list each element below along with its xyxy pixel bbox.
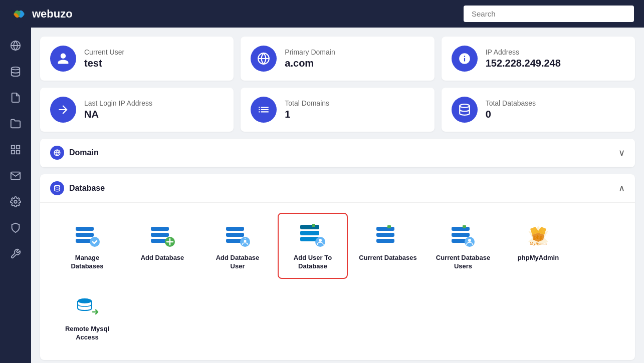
card-total-domains: Total Domains 1 [241, 88, 434, 132]
svg-text:MyAdmin: MyAdmin [530, 241, 546, 246]
sidebar-item-grid[interactable] [5, 139, 27, 161]
primary-domain-value: a.com [285, 58, 335, 69]
database-grid: Manage Databases Add Database [52, 213, 623, 350]
db-item-phpmyadmin[interactable]: php MyAdmin phpMyAdmin [503, 213, 573, 279]
add-user-to-database-label: Add User To Database [284, 254, 342, 271]
add-database-user-label: Add Database User [208, 254, 267, 271]
svg-rect-37 [387, 227, 391, 228]
sidebar-item-database[interactable] [5, 61, 27, 83]
ip-address-text: IP Address 152.228.249.248 [486, 48, 561, 69]
svg-rect-34 [376, 233, 394, 237]
svg-rect-23 [226, 233, 244, 237]
svg-rect-22 [226, 227, 244, 231]
svg-rect-42 [463, 227, 466, 228]
svg-rect-33 [376, 227, 394, 231]
ip-address-value: 152.228.249.248 [486, 58, 561, 69]
current-user-value: test [84, 58, 124, 69]
db-item-current-users[interactable]: Current Database Users [428, 213, 498, 279]
current-user-label: Current User [84, 48, 124, 56]
card-total-databases: Total Databases 0 [442, 88, 635, 132]
db-item-add-db[interactable]: Add Database [127, 213, 197, 279]
svg-point-47 [78, 298, 92, 303]
db-item-current-db[interactable]: Current Databases [353, 213, 423, 279]
svg-rect-6 [17, 151, 20, 154]
db-icon-circle [452, 97, 478, 123]
total-domains-text: Total Domains 1 [285, 99, 329, 120]
svg-rect-3 [12, 146, 15, 149]
db-item-add-user-to-db[interactable]: Add User To Database [278, 213, 348, 279]
add-database-user-icon [223, 223, 252, 249]
svg-rect-30 [312, 224, 315, 226]
user-icon-circle [50, 46, 76, 72]
search-input[interactable] [464, 6, 634, 22]
globe-icon-circle [251, 46, 277, 72]
svg-rect-39 [452, 233, 470, 237]
current-database-users-label: Current Database Users [434, 254, 492, 271]
database-header-left: Database [50, 181, 105, 195]
manage-databases-icon [73, 223, 102, 249]
svg-rect-38 [452, 227, 470, 231]
db-item-add-user[interactable]: Add Database User [202, 213, 273, 279]
content-area: Current User test Primary Domain a.com [31, 28, 644, 363]
last-login-text: Last Login IP Address NA [84, 99, 152, 120]
search-wrapper[interactable] [464, 6, 634, 22]
primary-domain-text: Primary Domain a.com [285, 48, 335, 69]
add-database-label: Add Database [141, 254, 184, 262]
sidebar-item-wrench[interactable] [5, 243, 27, 265]
remote-mysql-label: Remote Mysql Access [58, 325, 116, 342]
sidebar-item-mail[interactable] [5, 165, 27, 187]
card-last-login: Last Login IP Address NA [40, 88, 234, 132]
remote-mysql-icon [73, 294, 102, 320]
svg-rect-35 [376, 239, 394, 243]
logo-area: webuzo [10, 5, 73, 23]
database-panel-header[interactable]: Database ∧ [40, 174, 635, 203]
card-current-user: Current User test [40, 37, 234, 81]
arrow-icon-circle [50, 97, 76, 123]
last-login-label: Last Login IP Address [84, 99, 152, 107]
current-databases-label: Current Databases [359, 254, 417, 262]
total-databases-label: Total Databases [486, 99, 536, 107]
db-item-manage[interactable]: Manage Databases [52, 213, 122, 279]
total-databases-text: Total Databases 0 [486, 99, 536, 120]
main-layout: Current User test Primary Domain a.com [0, 28, 644, 363]
svg-point-11 [55, 185, 60, 187]
domain-panel-title: Domain [69, 148, 99, 157]
db-item-remote-mysql[interactable]: Remote Mysql Access [52, 284, 122, 350]
info-cards: Current User test Primary Domain a.com [40, 37, 635, 132]
svg-rect-41 [463, 225, 466, 227]
last-login-value: NA [84, 109, 152, 120]
list-icon-circle [251, 97, 277, 123]
domain-panel: Domain ∨ [40, 139, 635, 167]
domain-header-left: Domain [50, 146, 99, 160]
logo-text: webuzo [32, 8, 73, 21]
database-panel-title: Database [69, 184, 105, 193]
add-user-to-database-icon [298, 223, 327, 249]
current-databases-icon [373, 223, 402, 249]
primary-domain-label: Primary Domain [285, 48, 335, 56]
topbar: webuzo [0, 0, 644, 28]
phpmyadmin-label: phpMyAdmin [518, 254, 559, 262]
svg-rect-12 [76, 227, 94, 231]
sidebar-item-globe[interactable] [5, 35, 27, 57]
domain-header-icon [50, 146, 64, 160]
svg-point-9 [460, 104, 470, 108]
current-database-users-icon [449, 223, 478, 249]
svg-rect-31 [312, 226, 315, 227]
total-domains-label: Total Domains [285, 99, 329, 107]
svg-rect-27 [300, 225, 319, 229]
card-ip-address: IP Address 152.228.249.248 [442, 37, 635, 81]
total-databases-value: 0 [486, 109, 536, 120]
svg-rect-4 [17, 146, 20, 149]
sidebar-item-folder[interactable] [5, 113, 27, 135]
info-icon-circle [452, 46, 478, 72]
svg-point-7 [14, 200, 17, 203]
svg-point-15 [90, 237, 100, 247]
svg-point-2 [12, 67, 20, 70]
sidebar-item-settings[interactable] [5, 191, 27, 213]
sidebar-item-file[interactable] [5, 87, 27, 109]
svg-rect-36 [387, 225, 391, 227]
logo-icon [10, 5, 28, 23]
svg-rect-17 [151, 233, 169, 237]
sidebar-item-shield[interactable] [5, 217, 27, 239]
domain-panel-header[interactable]: Domain ∨ [40, 139, 635, 167]
